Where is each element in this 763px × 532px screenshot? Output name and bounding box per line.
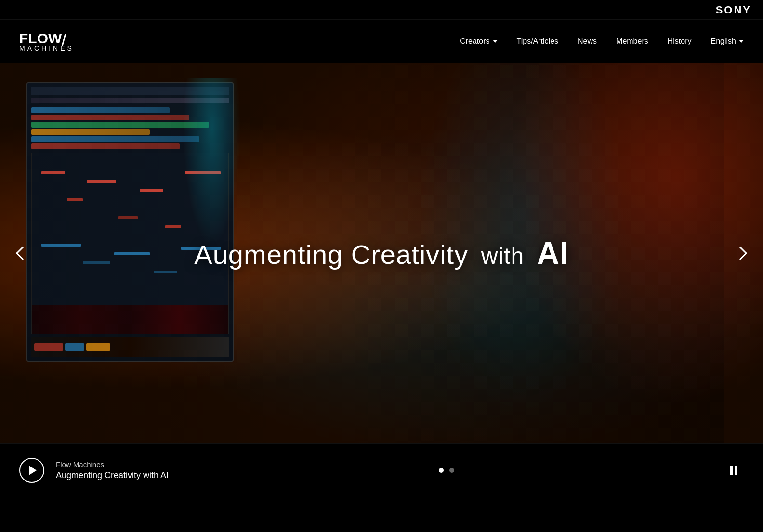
sony-bar: SONY xyxy=(0,0,763,20)
bottom-bar: Flow Machines Augmenting Creativity with… xyxy=(0,443,763,496)
creators-chevron-icon xyxy=(493,40,498,43)
hero-text-container: Augmenting Creativity with AI xyxy=(194,235,568,271)
right-chevron-icon xyxy=(734,247,747,260)
hero-title: Augmenting Creativity with AI xyxy=(194,239,568,270)
left-chevron-icon xyxy=(16,247,29,260)
nav-item-creators[interactable]: Creators xyxy=(460,37,497,46)
pause-button[interactable] xyxy=(724,461,744,480)
slide-brand: Flow Machines xyxy=(56,460,169,468)
slider-dots xyxy=(439,468,454,473)
nav-item-english[interactable]: English xyxy=(711,37,744,46)
hero-slider: Augmenting Creativity with AI xyxy=(0,63,763,443)
nav-item-history[interactable]: History xyxy=(668,37,692,46)
play-button[interactable] xyxy=(19,458,44,483)
next-slide-button[interactable] xyxy=(730,242,753,265)
navbar: FLOW MACHINES Creators Tips/Articles New… xyxy=(0,20,763,63)
dot-2[interactable] xyxy=(449,468,454,473)
english-chevron-icon xyxy=(739,40,744,43)
prev-slide-button[interactable] xyxy=(10,242,33,265)
dot-1[interactable] xyxy=(439,468,444,473)
slide-title: Augmenting Creativity with AI xyxy=(56,470,169,480)
bottom-info: Flow Machines Augmenting Creativity with… xyxy=(56,460,169,480)
sony-logo: SONY xyxy=(716,4,751,16)
logo-bottom: MACHINES xyxy=(19,45,74,52)
play-icon xyxy=(29,466,37,475)
pause-icon-right xyxy=(735,466,737,475)
nav-item-tips[interactable]: Tips/Articles xyxy=(517,37,559,46)
pause-icon-left xyxy=(730,466,733,475)
nav-item-news[interactable]: News xyxy=(578,37,597,46)
nav-links: Creators Tips/Articles News Members Hist… xyxy=(460,37,744,46)
logo[interactable]: FLOW MACHINES xyxy=(19,31,74,51)
bottom-left-section: Flow Machines Augmenting Creativity with… xyxy=(19,458,169,483)
nav-item-members[interactable]: Members xyxy=(616,37,648,46)
